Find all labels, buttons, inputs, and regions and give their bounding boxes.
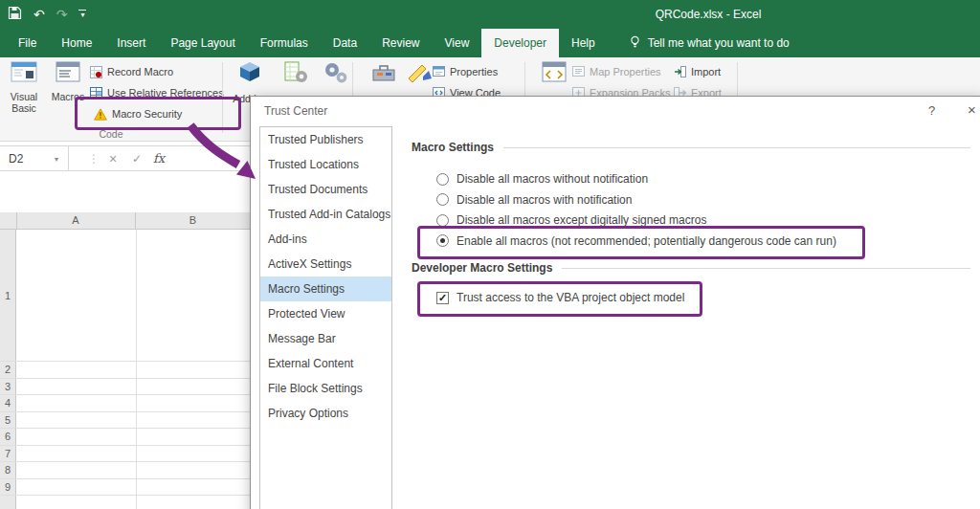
radio-disable-except-signed[interactable]: Disable all macros except digitally sign…	[436, 211, 706, 229]
group-separator	[222, 62, 223, 133]
titlebar: ↶ ↷ ▾ QRCode.xlsx - Excel	[0, 0, 980, 29]
radio-disable-all-with-notification[interactable]: Disable all macros with notification	[436, 191, 632, 209]
radio-icon-selected[interactable]	[436, 234, 449, 247]
tab-file[interactable]: File	[6, 29, 49, 57]
checkbox-label: Trust access to the VBA project object m…	[457, 291, 684, 304]
sidebar-item-macro-settings[interactable]: Macro Settings	[260, 277, 391, 301]
row-header[interactable]: 1	[0, 230, 16, 361]
row-header[interactable]: 6	[0, 429, 16, 445]
formula-bar-separator: ⋮	[88, 146, 100, 170]
radio-label: Disable all macros with notification	[457, 193, 632, 207]
undo-icon[interactable]: ↶	[33, 8, 45, 21]
tab-page-layout[interactable]: Page Layout	[158, 29, 247, 57]
row-header[interactable]: 4	[0, 395, 16, 411]
macro-settings-panel: Macro Settings Disable all macros withou…	[404, 127, 972, 509]
trust-center-sidebar: Trusted Publishers Trusted Locations Tru…	[259, 126, 392, 509]
row-header[interactable]: 7	[0, 446, 16, 462]
tab-data[interactable]: Data	[321, 29, 369, 57]
dialog-help-icon[interactable]: ?	[928, 103, 935, 118]
column-header-a[interactable]: A	[16, 212, 136, 229]
radio-label: Enable all macros (not recommended; pote…	[457, 234, 836, 248]
radio-label: Disable all macros without notification	[457, 172, 648, 186]
record-macro-button[interactable]: Record Macro	[90, 63, 173, 80]
customize-qat-icon[interactable]: ▾	[78, 10, 86, 19]
radio-icon[interactable]	[436, 214, 449, 227]
excel-window: ↶ ↷ ▾ QRCode.xlsx - Excel File Home Inse…	[0, 0, 980, 509]
tab-review[interactable]: Review	[369, 29, 432, 57]
com-add-ins-gears-icon	[322, 59, 350, 90]
record-macro-label: Record Macro	[107, 66, 173, 77]
tab-insert[interactable]: Insert	[104, 29, 158, 57]
source-button[interactable]	[532, 59, 576, 90]
tab-home[interactable]: Home	[49, 29, 104, 57]
row-header[interactable]: 3	[0, 379, 16, 395]
sidebar-item-trusted-locations[interactable]: Trusted Locations	[260, 152, 391, 177]
tell-me-box[interactable]: Tell me what you want to do	[629, 29, 790, 57]
name-box-value: D2	[9, 152, 23, 166]
trust-center-dialog: Trust Center ? × Trusted Publishers Trus…	[250, 96, 980, 509]
macro-security-button[interactable]: Macro Security	[94, 105, 182, 122]
checkbox-icon-checked[interactable]: ✓	[436, 292, 449, 304]
redo-icon[interactable]: ↷	[56, 8, 68, 21]
name-box[interactable]: D2 ▾	[0, 146, 69, 170]
tell-me-label: Tell me what you want to do	[648, 36, 790, 50]
tab-formulas[interactable]: Formulas	[248, 29, 321, 57]
sidebar-item-protected-view[interactable]: Protected View	[260, 301, 391, 326]
cancel-entry-icon[interactable]: ×	[109, 146, 117, 170]
sidebar-item-activex-settings[interactable]: ActiveX Settings	[260, 252, 391, 277]
tab-developer[interactable]: Developer	[481, 29, 559, 57]
sidebar-item-file-block-settings[interactable]: File Block Settings	[260, 376, 391, 401]
enter-entry-icon[interactable]: ✓	[132, 146, 142, 170]
map-properties-icon	[572, 66, 585, 77]
select-all-corner[interactable]	[0, 212, 17, 229]
name-box-caret-icon[interactable]: ▾	[55, 155, 58, 164]
properties-icon	[433, 66, 445, 77]
sidebar-item-trusted-publishers[interactable]: Trusted Publishers	[260, 127, 391, 152]
use-relative-references-label: Use Relative References	[107, 87, 224, 99]
sidebar-item-message-bar[interactable]: Message Bar	[260, 326, 391, 351]
map-properties-label: Map Properties	[590, 66, 661, 77]
dialog-close-icon[interactable]: ×	[968, 101, 976, 118]
radio-disable-all-without-notification[interactable]: Disable all macros without notification	[436, 170, 648, 188]
xml-source-icon	[540, 59, 568, 90]
macros-button[interactable]: Macros	[46, 59, 90, 102]
visual-basic-button[interactable]: Visual Basic	[2, 59, 46, 114]
row-header[interactable]: 8	[0, 462, 16, 478]
visual-basic-label: Visual Basic	[3, 91, 45, 114]
tab-help[interactable]: Help	[559, 29, 608, 57]
insert-function-icon[interactable]: fx	[153, 146, 165, 170]
checkbox-trust-vba-access[interactable]: ✓ Trust access to the VBA project object…	[436, 289, 684, 306]
radio-enable-all-macros[interactable]: Enable all macros (not recommended; pote…	[436, 232, 836, 250]
sidebar-item-privacy-options[interactable]: Privacy Options	[260, 401, 391, 426]
add-ins-cube-icon	[235, 59, 264, 90]
column-header-b[interactable]: B	[136, 212, 251, 229]
row-header[interactable]: 2	[0, 362, 16, 378]
save-icon[interactable]	[8, 6, 22, 24]
excel-add-ins-button[interactable]	[274, 59, 318, 90]
macro-settings-heading: Macro Settings	[412, 141, 970, 154]
radio-icon[interactable]	[436, 173, 449, 186]
sidebar-item-external-content[interactable]: External Content	[260, 351, 391, 376]
design-mode-icon	[406, 59, 434, 90]
row-header[interactable]: 5	[0, 412, 16, 429]
warning-icon	[94, 108, 107, 121]
sidebar-item-trusted-add-in-catalogs[interactable]: Trusted Add-in Catalogs	[260, 202, 391, 227]
properties-button[interactable]: Properties	[433, 63, 498, 80]
relative-references-icon	[90, 87, 102, 100]
radio-label: Disable all macros except digitally sign…	[457, 213, 706, 227]
macro-security-label: Macro Security	[112, 108, 182, 120]
row-header[interactable]	[0, 496, 16, 509]
import-icon	[674, 66, 686, 77]
visual-basic-icon	[11, 59, 37, 88]
map-properties-button[interactable]: Map Properties	[572, 63, 661, 80]
sidebar-item-trusted-documents[interactable]: Trusted Documents	[260, 177, 391, 202]
use-relative-references-button[interactable]: Use Relative References	[90, 84, 224, 101]
quick-access-toolbar: ↶ ↷ ▾	[8, 3, 86, 26]
properties-label: Properties	[450, 66, 498, 77]
import-button[interactable]: Import	[674, 63, 721, 80]
developer-macro-settings-heading: Developer Macro Settings	[412, 261, 970, 275]
sidebar-item-add-ins[interactable]: Add-ins	[260, 227, 391, 252]
tab-view[interactable]: View	[433, 29, 482, 57]
row-header[interactable]: 9	[0, 479, 16, 496]
radio-icon[interactable]	[436, 193, 449, 206]
